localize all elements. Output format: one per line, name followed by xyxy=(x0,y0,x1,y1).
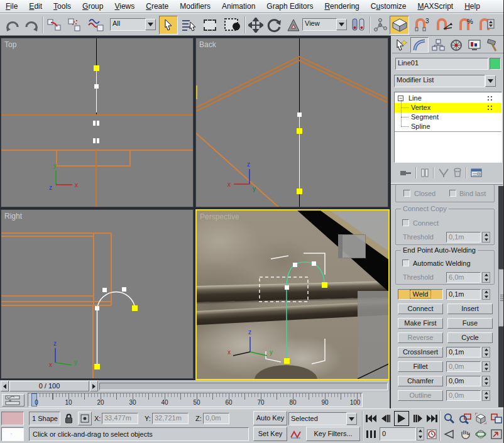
percent-snap-toggle-icon[interactable]: % xyxy=(456,16,475,33)
viewport-perspective[interactable]: Perspective xyxy=(195,209,390,380)
connect-button[interactable]: Connect xyxy=(398,304,443,314)
tab-display-icon[interactable] xyxy=(465,37,483,53)
insert-button[interactable]: Insert xyxy=(447,304,493,314)
window-crossing-toggle-icon[interactable] xyxy=(222,16,243,34)
select-and-link-icon[interactable] xyxy=(46,16,63,33)
weld-button[interactable]: Weld xyxy=(398,289,443,300)
use-pivot-point-center-icon[interactable] xyxy=(349,16,367,34)
undo-icon[interactable] xyxy=(4,16,21,33)
select-object-button[interactable] xyxy=(159,16,178,35)
set-key-button[interactable]: Set Key xyxy=(253,427,287,441)
time-slider[interactable]: 0 / 100 xyxy=(9,381,89,391)
selection-filter-dropdown[interactable]: All xyxy=(110,18,146,31)
outline-button[interactable]: Outline xyxy=(398,390,443,401)
tab-create-icon[interactable] xyxy=(392,37,410,53)
remove-modifier-icon[interactable] xyxy=(453,168,462,178)
closed-checkbox[interactable] xyxy=(403,190,410,197)
reference-coordinate-system-dropdown[interactable]: View xyxy=(302,18,337,31)
pin-stack-icon[interactable] xyxy=(399,168,412,177)
maxscript-mini-listener-white[interactable]: . xyxy=(1,427,24,441)
coordinate-system-dropdown-arrow-icon[interactable] xyxy=(336,19,347,30)
menu-create[interactable]: Create xyxy=(140,0,174,13)
stack-item-line[interactable]: − Line xyxy=(395,94,501,103)
menu-maxscript[interactable]: MAXScript xyxy=(412,0,459,13)
menu-animation[interactable]: Animation xyxy=(216,0,261,13)
go-to-start-button[interactable] xyxy=(364,412,378,425)
panel-scrollbar-track[interactable] xyxy=(498,186,504,407)
configure-modifier-sets-icon[interactable] xyxy=(471,168,482,178)
fillet-value-spinner[interactable] xyxy=(482,361,490,372)
connect-threshold-spinner[interactable] xyxy=(482,232,490,243)
outline-value-spinner[interactable] xyxy=(482,390,490,401)
current-frame-spinner[interactable] xyxy=(417,427,424,440)
key-mode-dropdown[interactable]: Selected xyxy=(288,412,347,425)
modifier-list-dropdown-arrow-icon[interactable] xyxy=(485,75,496,87)
selection-lock-icon[interactable] xyxy=(63,412,74,425)
zoom-extents-all-icon[interactable] xyxy=(489,412,504,425)
fillet-value-field[interactable]: 0,0m xyxy=(446,361,481,372)
menu-rendering[interactable]: Rendering xyxy=(319,0,364,13)
menu-edit[interactable]: Edit xyxy=(23,0,48,13)
play-animation-button[interactable] xyxy=(394,411,409,426)
time-slider-track[interactable] xyxy=(99,383,388,390)
viewport-back[interactable]: Back z x y xyxy=(195,38,388,207)
snaps-toggle-button[interactable] xyxy=(390,16,409,35)
maxscript-mini-listener-pink[interactable] xyxy=(1,412,24,425)
zoom-all-icon[interactable] xyxy=(457,412,473,425)
selection-filter-dropdown-arrow-icon[interactable] xyxy=(145,19,156,30)
stack-item-vertex[interactable]: Vertex xyxy=(395,103,501,112)
tab-modify-icon[interactable] xyxy=(410,37,429,53)
object-color-swatch[interactable] xyxy=(490,58,501,70)
menu-file[interactable]: File xyxy=(0,0,23,13)
select-by-name-icon[interactable] xyxy=(180,16,198,33)
menu-group[interactable]: Group xyxy=(77,0,109,13)
weld-threshold-field[interactable]: 6,0m xyxy=(446,272,481,283)
current-frame-field[interactable]: 0 xyxy=(380,427,416,440)
chamfer-value-spinner[interactable] xyxy=(482,376,490,386)
track-bar-ruler[interactable]: 0 10 20 30 40 50 60 70 80 90 100 xyxy=(28,393,363,407)
absolute-offset-mode-toggle[interactable] xyxy=(78,412,92,425)
viewport-perspective-label[interactable]: Perspective xyxy=(200,212,239,221)
zoom-extents-icon[interactable] xyxy=(473,412,488,425)
z-coordinate-field[interactable]: 0,0m xyxy=(203,413,229,424)
crossinsert-value-field[interactable]: 0,1m xyxy=(446,347,481,358)
spinner-snap-toggle-icon[interactable] xyxy=(477,16,496,33)
viewport-top[interactable]: Top y x z xyxy=(1,38,194,207)
key-mode-toggle-button[interactable] xyxy=(364,427,378,441)
panel-scrollbar-thumb[interactable] xyxy=(498,269,504,327)
tab-motion-icon[interactable] xyxy=(447,37,465,53)
chamfer-value-field[interactable]: 0,0m xyxy=(446,376,481,386)
viewport-back-label[interactable]: Back xyxy=(199,40,216,49)
time-configuration-button[interactable] xyxy=(426,427,437,441)
redo-icon[interactable] xyxy=(23,16,40,33)
next-frame-button[interactable] xyxy=(412,412,424,425)
unlink-selection-icon[interactable] xyxy=(66,16,84,33)
menu-graph-editors[interactable]: Graph Editors xyxy=(261,0,319,13)
weld-value-field[interactable]: 0,1m xyxy=(446,289,481,300)
object-name-field[interactable]: Line01 xyxy=(395,58,488,70)
automatic-welding-checkbox[interactable] xyxy=(402,260,409,266)
previous-frame-button[interactable] xyxy=(380,412,392,425)
tab-hierarchy-icon[interactable] xyxy=(429,37,447,53)
stack-item-spline[interactable]: Spline xyxy=(395,122,501,131)
cycle-button[interactable]: Cycle xyxy=(447,332,493,343)
time-slider-next-arrow[interactable] xyxy=(90,381,98,391)
snap-toggle-3d-icon[interactable]: 3 xyxy=(412,16,430,33)
make-unique-icon[interactable] xyxy=(438,168,449,178)
reverse-button[interactable]: Reverse xyxy=(398,332,443,343)
make-first-button[interactable]: Make First xyxy=(398,318,443,329)
outline-value-field[interactable]: 0,0m xyxy=(446,390,481,401)
tab-utilities-icon[interactable] xyxy=(483,37,501,53)
show-end-result-icon[interactable] xyxy=(420,168,429,178)
key-filters-button[interactable]: Key Filters... xyxy=(306,427,360,441)
viewport-top-label[interactable]: Top xyxy=(4,40,16,49)
weld-threshold-spinner[interactable] xyxy=(482,272,490,283)
go-to-end-button[interactable] xyxy=(425,412,439,425)
bind-to-space-warp-icon[interactable] xyxy=(86,16,106,33)
fuse-button[interactable]: Fuse xyxy=(447,318,493,329)
zoom-region-fov-icon[interactable] xyxy=(442,427,457,441)
fillet-button[interactable]: Fillet xyxy=(398,361,443,372)
bind-last-checkbox[interactable] xyxy=(449,190,456,197)
menu-tools[interactable]: Tools xyxy=(48,0,77,13)
arc-rotate-icon[interactable] xyxy=(473,427,488,441)
